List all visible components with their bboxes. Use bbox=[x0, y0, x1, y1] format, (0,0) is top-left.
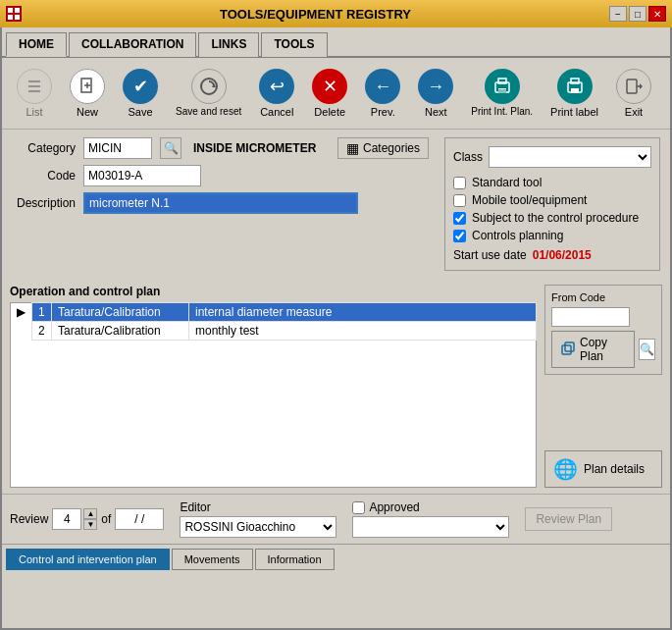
cancel-button[interactable]: ↩ Cancel bbox=[252, 64, 301, 123]
of-label: of bbox=[101, 512, 111, 526]
class-label: Class bbox=[453, 150, 483, 164]
list-button[interactable]: List bbox=[10, 64, 59, 123]
tab-tools[interactable]: TOOLS bbox=[261, 32, 327, 57]
right-panel: Class Standard tool Mobile tool/equipmen… bbox=[444, 137, 660, 271]
class-select[interactable] bbox=[489, 146, 651, 168]
start-use-date-value: 01/06/2015 bbox=[533, 248, 592, 262]
cancel-icon: ↩ bbox=[259, 69, 294, 104]
close-button[interactable]: ✕ bbox=[648, 6, 666, 22]
main-content: Operation and control plan ▶ 1 Taratura/… bbox=[2, 279, 670, 494]
save-reset-icon bbox=[191, 69, 227, 104]
tab-movements[interactable]: Movements bbox=[172, 549, 253, 570]
control-procedure-label: Subject to the control procedure bbox=[472, 211, 639, 225]
print-label-button[interactable]: Print label bbox=[543, 64, 605, 123]
print-int-button[interactable]: Print Int. Plan. bbox=[464, 64, 540, 123]
from-code-label: From Code bbox=[551, 291, 655, 303]
editor-select[interactable]: ROSSINI Gioacchino bbox=[180, 516, 336, 538]
control-procedure-checkbox[interactable] bbox=[453, 212, 466, 225]
review-spin-up[interactable]: ▲ bbox=[83, 508, 97, 519]
delete-icon: ✕ bbox=[312, 69, 347, 104]
exit-icon bbox=[616, 69, 651, 104]
category-description: INSIDE MICROMETER bbox=[193, 141, 316, 155]
plan-details-icon: 🌐 bbox=[553, 457, 578, 481]
code-label: Code bbox=[12, 169, 76, 183]
tab-home[interactable]: HOME bbox=[6, 32, 67, 57]
new-icon bbox=[70, 69, 105, 104]
title-bar: TOOLS/EQUIPMENT REGISTRY − □ ✕ bbox=[0, 0, 672, 27]
editor-label: Editor bbox=[180, 500, 336, 514]
approved-checkbox[interactable] bbox=[352, 501, 365, 514]
prev-button[interactable]: ← Prev. bbox=[358, 64, 407, 123]
maximize-button[interactable]: □ bbox=[629, 6, 646, 22]
next-icon: → bbox=[418, 69, 453, 104]
review-group: Review ▲ ▼ of bbox=[10, 508, 164, 530]
delete-button[interactable]: ✕ Delete bbox=[305, 64, 354, 123]
svg-rect-20 bbox=[627, 79, 637, 93]
category-label: Category bbox=[12, 141, 76, 155]
operation-plan-label: Operation and control plan bbox=[10, 285, 537, 298]
new-button[interactable]: New bbox=[63, 64, 112, 123]
prev-icon: ← bbox=[365, 69, 400, 104]
bottom-tabs: Control and intervention plan Movements … bbox=[2, 544, 670, 570]
mobile-tool-checkbox[interactable] bbox=[453, 194, 466, 207]
approved-group: Approved bbox=[352, 500, 509, 538]
tab-links[interactable]: LINKS bbox=[198, 32, 259, 57]
tab-collaboration[interactable]: COLLABORATION bbox=[69, 32, 196, 57]
svg-rect-3 bbox=[15, 15, 20, 20]
categories-icon: ▦ bbox=[346, 140, 359, 156]
save-reset-button[interactable]: Save and reset bbox=[169, 64, 248, 123]
controls-planning-checkbox[interactable] bbox=[453, 230, 466, 242]
category-search-button[interactable]: 🔍 bbox=[160, 137, 181, 159]
svg-marker-22 bbox=[640, 83, 643, 89]
copy-search-button[interactable]: 🔍 bbox=[639, 339, 655, 360]
copy-icon bbox=[560, 341, 576, 359]
toolbar: List New ✔ Save Save and reset ↩ Cancel … bbox=[2, 58, 670, 130]
svg-rect-18 bbox=[571, 79, 579, 83]
approved-label: Approved bbox=[369, 500, 419, 514]
bottom-section: Review ▲ ▼ of Editor ROSSINI Gioacchino … bbox=[2, 494, 670, 544]
plan-row-pointer: ▶ 1 Taratura/Calibration internal diamet… bbox=[11, 303, 537, 322]
save-button[interactable]: ✔ Save bbox=[116, 64, 165, 123]
copy-plan-button[interactable]: Copy Plan bbox=[551, 331, 635, 368]
of-input[interactable] bbox=[115, 508, 164, 530]
review-input[interactable] bbox=[52, 508, 81, 530]
review-spinner: ▲ ▼ bbox=[83, 508, 97, 530]
code-input[interactable] bbox=[83, 165, 201, 186]
categories-button[interactable]: ▦ Categories bbox=[337, 137, 429, 159]
from-code-section: From Code Copy Plan 🔍 bbox=[544, 285, 662, 375]
list-icon bbox=[17, 69, 52, 104]
standard-tool-label: Standard tool bbox=[472, 176, 542, 189]
editor-group: Editor ROSSINI Gioacchino bbox=[180, 500, 336, 538]
tab-control-intervention[interactable]: Control and intervention plan bbox=[6, 549, 170, 570]
svg-rect-2 bbox=[8, 15, 13, 20]
plan-details-button[interactable]: 🌐 Plan details bbox=[544, 450, 662, 488]
print-label-icon bbox=[557, 69, 593, 104]
standard-tool-checkbox[interactable] bbox=[453, 177, 466, 189]
exit-button[interactable]: Exit bbox=[609, 64, 658, 123]
tab-information[interactable]: Information bbox=[255, 549, 335, 570]
start-use-date-label: Start use date bbox=[453, 248, 527, 262]
table-row[interactable]: internal diameter measure bbox=[189, 303, 537, 322]
next-button[interactable]: → Next bbox=[411, 64, 460, 123]
from-code-input[interactable] bbox=[551, 307, 630, 327]
minimize-button[interactable]: − bbox=[609, 6, 627, 22]
svg-rect-19 bbox=[571, 88, 579, 93]
left-section: Operation and control plan ▶ 1 Taratura/… bbox=[10, 285, 537, 488]
description-input[interactable] bbox=[83, 192, 358, 214]
review-spin-down[interactable]: ▼ bbox=[83, 519, 97, 530]
right-section: From Code Copy Plan 🔍 🌐 Plan details bbox=[544, 285, 662, 488]
table-row[interactable]: Taratura/Calibration bbox=[52, 303, 189, 322]
main-tabs: HOME COLLABORATION LINKS TOOLS bbox=[2, 27, 670, 58]
svg-rect-24 bbox=[565, 342, 574, 351]
window-title: TOOLS/EQUIPMENT REGISTRY bbox=[22, 7, 609, 22]
controls-planning-label: Controls planning bbox=[472, 229, 563, 242]
mobile-tool-label: Mobile tool/equipment bbox=[472, 193, 587, 207]
approved-select[interactable] bbox=[352, 516, 509, 538]
table-row[interactable]: 2 Taratura/Calibration monthly test bbox=[11, 322, 537, 341]
table-row[interactable]: 1 bbox=[32, 303, 52, 322]
svg-rect-0 bbox=[8, 8, 13, 13]
save-icon: ✔ bbox=[123, 69, 158, 104]
category-input[interactable] bbox=[83, 137, 152, 159]
review-plan-button[interactable]: Review Plan bbox=[525, 507, 612, 531]
main-container: HOME COLLABORATION LINKS TOOLS List New … bbox=[0, 27, 672, 630]
